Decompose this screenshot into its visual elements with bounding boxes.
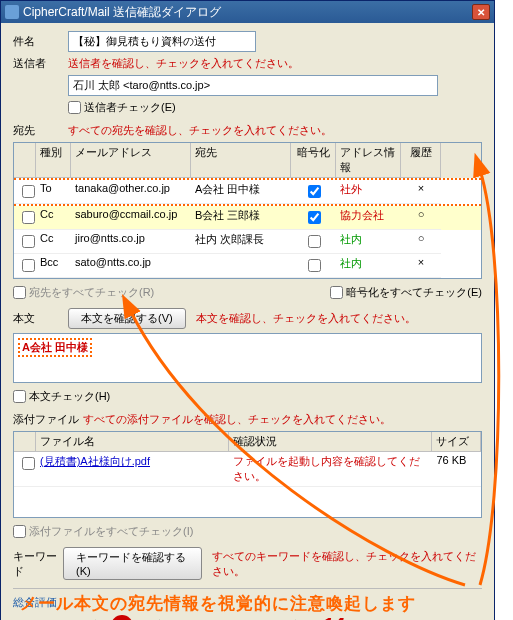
dialog-window: CipherCraft/Mail 送信確認ダイアログ ✕ 件名 【秘】御見積もり… bbox=[0, 0, 495, 620]
dest-row[interactable]: Ccjiro@ntts.co.jp社内 次郎課長社内○ bbox=[14, 230, 481, 254]
attach-checkall-label: 添付ファイルをすべてチェック(I) bbox=[29, 524, 193, 539]
body-label: 本文 bbox=[13, 311, 68, 326]
col-fname: ファイル名 bbox=[36, 432, 230, 452]
dest-checkall[interactable]: 宛先をすべてチェック(R) bbox=[13, 285, 154, 300]
dest-row[interactable]: Bccsato@ntts.co.jp社内× bbox=[14, 254, 481, 278]
col-enc: 暗号化 bbox=[291, 143, 336, 178]
attach-row-checkbox[interactable] bbox=[22, 457, 35, 470]
subject-field: 【秘】御見積もり資料の送付 bbox=[68, 31, 256, 52]
body-check-label: 本文チェック(H) bbox=[29, 389, 110, 404]
body-checkbox[interactable] bbox=[13, 390, 26, 403]
row-dest: A会社 田中様 bbox=[191, 180, 291, 204]
row-dest: B会社 三郎様 bbox=[191, 206, 291, 230]
col-info: アドレス情報 bbox=[336, 143, 401, 178]
row-type: Cc bbox=[36, 230, 71, 254]
sender-checkbox[interactable] bbox=[68, 101, 81, 114]
attach-status: ファイルを起動し内容を確認してください。 bbox=[229, 452, 432, 487]
row-info: 社外 bbox=[336, 180, 401, 204]
row-checkbox[interactable] bbox=[22, 235, 35, 248]
row-type: Bcc bbox=[36, 254, 71, 278]
annotation-caption: メール本文の宛先情報を視覚的に注意喚起します bbox=[20, 592, 416, 615]
attach-size: 76 KB bbox=[432, 452, 481, 487]
enc-checkall[interactable]: 暗号化をすべてチェック(E) bbox=[330, 285, 482, 300]
row-addr: jiro@ntts.co.jp bbox=[71, 230, 191, 254]
body-confirm-button[interactable]: 本文を確認する(V) bbox=[68, 308, 186, 329]
sender-check[interactable]: 送信者チェック(E) bbox=[68, 100, 176, 115]
attach-filename-link[interactable]: (見積書)A社様向け.pdf bbox=[40, 455, 150, 467]
col-hist: 履歴 bbox=[401, 143, 441, 178]
row-type: Cc bbox=[36, 206, 71, 230]
row-enc-checkbox[interactable] bbox=[308, 259, 321, 272]
row-enc-checkbox[interactable] bbox=[308, 185, 321, 198]
content-area: 件名 【秘】御見積もり資料の送付 送信者 送信者を確認し、チェックを入れてくださ… bbox=[1, 23, 494, 620]
attach-checkall-box[interactable] bbox=[13, 525, 26, 538]
subject-label: 件名 bbox=[13, 34, 68, 49]
row-enc-checkbox[interactable] bbox=[308, 235, 321, 248]
body-highlight: A会社 田中様 bbox=[18, 338, 92, 357]
row-enc-checkbox[interactable] bbox=[308, 211, 321, 224]
keyword-label: キーワード bbox=[13, 549, 63, 579]
attach-checkall[interactable]: 添付ファイルをすべてチェック(I) bbox=[13, 524, 193, 539]
sender-field: 石川 太郎 <taro@ntts.co.jp> bbox=[68, 75, 438, 96]
row-dest: 社内 次郎課長 bbox=[191, 230, 291, 254]
warning-icon: ✖ bbox=[111, 615, 133, 621]
body-check[interactable]: 本文チェック(H) bbox=[13, 389, 110, 404]
app-icon bbox=[5, 5, 19, 19]
row-checkbox[interactable] bbox=[22, 259, 35, 272]
row-info: 協力会社 bbox=[336, 206, 401, 230]
dest-label: 宛先 bbox=[13, 123, 68, 138]
dest-checkall-label: 宛先をすべてチェック(R) bbox=[29, 285, 154, 300]
row-hist: × bbox=[401, 180, 441, 204]
body-warning: 本文を確認し、チェックを入れてください。 bbox=[196, 311, 416, 326]
col-addr: メールアドレス bbox=[71, 143, 191, 178]
attach-grid-header: ファイル名 確認状況 サイズ bbox=[14, 432, 481, 452]
col-size: サイズ bbox=[432, 432, 481, 452]
attach-label: 添付ファイル bbox=[13, 412, 83, 427]
dest-row[interactable]: Ccsaburo@ccmail.co.jpB会社 三郎様協力会社○ bbox=[14, 206, 481, 230]
sender-check-label: 送信者チェック(E) bbox=[84, 100, 176, 115]
col-dest: 宛先 bbox=[191, 143, 291, 178]
dest-grid-header: 種別 メールアドレス 宛先 暗号化 アドレス情報 履歴 bbox=[14, 143, 481, 178]
row-dest bbox=[191, 254, 291, 278]
window-title: CipherCraft/Mail 送信確認ダイアログ bbox=[23, 4, 472, 21]
titlebar: CipherCraft/Mail 送信確認ダイアログ ✕ bbox=[1, 1, 494, 23]
row-addr: saburo@ccmail.co.jp bbox=[71, 206, 191, 230]
row-type: To bbox=[36, 180, 71, 204]
sender-label: 送信者 bbox=[13, 56, 68, 71]
close-button[interactable]: ✕ bbox=[472, 4, 490, 20]
attach-grid: ファイル名 確認状況 サイズ (見積書)A社様向け.pdfファイルを起動し内容を… bbox=[13, 431, 482, 518]
row-info: 社内 bbox=[336, 230, 401, 254]
row-info: 社内 bbox=[336, 254, 401, 278]
keyword-warning: すべてのキーワードを確認し、チェックを入れてください。 bbox=[212, 549, 482, 579]
dest-grid: 種別 メールアドレス 宛先 暗号化 アドレス情報 履歴 Totanaka@oth… bbox=[13, 142, 482, 279]
row-hist: ○ bbox=[401, 230, 441, 254]
keyword-confirm-button[interactable]: キーワードを確認する(K) bbox=[63, 547, 202, 580]
row-checkbox[interactable] bbox=[22, 211, 35, 224]
attach-row[interactable]: (見積書)A社様向け.pdfファイルを起動し内容を確認してください。76 KB bbox=[14, 452, 481, 487]
dest-warning: すべての宛先を確認し、チェックを入れてください。 bbox=[68, 123, 332, 138]
row-hist: ○ bbox=[401, 206, 441, 230]
row-addr: tanaka@other.co.jp bbox=[71, 180, 191, 204]
sender-warning: 送信者を確認し、チェックを入れてください。 bbox=[68, 56, 299, 71]
row-addr: sato@ntts.co.jp bbox=[71, 254, 191, 278]
dest-checkall-box[interactable] bbox=[13, 286, 26, 299]
row-hist: × bbox=[401, 254, 441, 278]
col-stat: 確認状況 bbox=[229, 432, 432, 452]
enc-checkall-label: 暗号化をすべてチェック(E) bbox=[346, 285, 482, 300]
dest-row[interactable]: Totanaka@other.co.jpA会社 田中様社外× bbox=[14, 178, 481, 206]
body-preview[interactable]: A会社 田中様 bbox=[13, 333, 482, 383]
enc-checkall-box[interactable] bbox=[330, 286, 343, 299]
attach-warning: すべての添付ファイルを確認し、チェックを入れてください。 bbox=[83, 412, 391, 427]
row-checkbox[interactable] bbox=[22, 185, 35, 198]
col-type: 種別 bbox=[36, 143, 71, 178]
